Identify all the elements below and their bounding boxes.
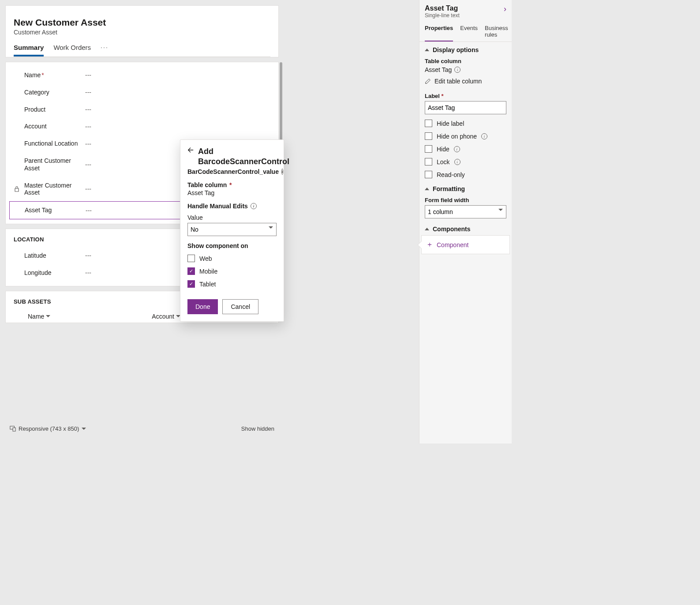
responsive-mode-toggle[interactable]: Responsive (743 x 850) <box>10 425 86 432</box>
section-toggle[interactable]: Formatting <box>425 185 506 192</box>
checkbox-hide-on-phone[interactable]: Hide on phone i <box>425 132 506 140</box>
chevron-down-icon <box>82 428 86 430</box>
info-icon[interactable]: i <box>481 133 487 139</box>
info-icon[interactable]: i <box>454 159 460 165</box>
tab-overflow[interactable]: ··· <box>101 40 109 56</box>
responsive-icon <box>10 425 16 432</box>
chevron-up-icon <box>425 49 429 51</box>
canvas-footer: Responsive (743 x 850) Show hidden <box>5 421 279 436</box>
checkbox-hide[interactable]: Hide i <box>425 145 506 153</box>
section-toggle[interactable]: Components <box>425 225 506 233</box>
pane-tabs: Properties Events Business rules <box>419 20 512 42</box>
field-value: --- <box>85 140 91 147</box>
table-column-label: Table column <box>187 181 227 188</box>
app-root: New Customer Asset Customer Asset Summar… <box>0 0 512 443</box>
field-value: --- <box>85 252 91 259</box>
checkbox-web[interactable]: Web <box>187 255 277 262</box>
field-product[interactable]: Product --- <box>6 101 278 118</box>
checkbox-icon <box>187 255 195 262</box>
column-header-name[interactable]: Name <box>28 313 50 320</box>
popover-component-value-name: BarCodeScannerControl_value <box>187 168 279 175</box>
collapse-pane-icon[interactable]: › <box>504 4 506 14</box>
cancel-button[interactable]: Cancel <box>222 299 258 314</box>
field-value: --- <box>86 207 92 214</box>
column-header-account[interactable]: Account <box>152 313 180 320</box>
lock-icon <box>14 186 20 192</box>
popover-title-line1: Add <box>198 147 289 156</box>
back-icon[interactable] <box>187 147 194 153</box>
info-icon[interactable]: i <box>251 203 257 209</box>
show-component-on-label: Show component on <box>187 242 277 249</box>
pane-tab-business-rules[interactable]: Business rules <box>485 23 508 41</box>
value-label: Value <box>187 214 277 221</box>
info-icon[interactable]: i <box>454 67 460 73</box>
label-label: Label <box>425 93 440 99</box>
checkbox-icon <box>425 132 432 140</box>
pane-title: Asset Tag <box>425 4 460 12</box>
pane-subtitle: Single-line text <box>425 12 460 19</box>
plus-icon: ＋ <box>426 240 433 249</box>
field-value: --- <box>85 89 91 96</box>
form-title: New Customer Asset <box>14 17 270 28</box>
table-column-value: Asset Tag <box>425 66 452 73</box>
table-column-value: Asset Tag <box>187 189 277 196</box>
field-label-text: Name <box>24 71 41 79</box>
field-value: --- <box>85 106 91 113</box>
field-value: --- <box>85 161 91 168</box>
checkbox-icon: ✓ <box>187 267 195 275</box>
form-field-width-label: Form field width <box>425 197 506 203</box>
info-icon[interactable]: i <box>281 169 284 175</box>
chevron-up-icon <box>425 228 429 230</box>
chevron-up-icon <box>425 188 429 190</box>
checkbox-icon <box>425 158 432 165</box>
form-field-width-select[interactable]: 1 column <box>425 205 506 218</box>
field-label-text: Longitude <box>24 269 81 277</box>
field-label-text: Parent Customer Asset <box>24 157 81 172</box>
checkbox-icon <box>425 145 432 153</box>
svg-rect-1 <box>13 428 15 431</box>
field-value: --- <box>85 269 91 276</box>
field-category[interactable]: Category --- <box>6 84 278 101</box>
add-component-popover: Add BarcodeScannerControl BarCodeScanner… <box>180 139 284 322</box>
chevron-down-icon <box>46 315 50 317</box>
properties-pane: Asset Tag Single-line text › Properties … <box>419 0 512 443</box>
form-header-card: New Customer Asset Customer Asset Summar… <box>5 5 279 57</box>
components-section: Components <box>419 221 512 233</box>
field-name[interactable]: Name* --- <box>6 67 278 84</box>
form-entity-name: Customer Asset <box>14 29 270 36</box>
checkbox-icon <box>425 120 432 127</box>
popover-title-line2: BarcodeScannerControl <box>198 157 289 166</box>
pane-tab-properties[interactable]: Properties <box>425 23 453 41</box>
field-label-text: Product <box>24 106 81 113</box>
field-label-text: Master Customer Asset <box>24 182 81 197</box>
tab-work-orders[interactable]: Work Orders <box>53 40 91 56</box>
add-component-button[interactable]: ＋ Component <box>421 235 510 254</box>
display-options-section: Display options Table column Asset Tag i… <box>419 42 512 181</box>
info-icon[interactable]: i <box>454 146 460 152</box>
field-label-text: Category <box>24 89 81 96</box>
value-select[interactable]: No <box>187 223 277 236</box>
formatting-section: Formatting Form field width 1 column <box>419 181 512 221</box>
required-asterisk: * <box>41 71 44 79</box>
pane-tab-events[interactable]: Events <box>460 23 478 41</box>
field-label-text: Functional Location <box>24 140 81 147</box>
table-column-label: Table column <box>425 58 506 64</box>
tab-summary[interactable]: Summary <box>14 40 44 56</box>
form-tabs: Summary Work Orders ··· <box>14 40 270 57</box>
field-label-text: Asset Tag <box>25 207 81 214</box>
checkbox-read-only[interactable]: Read-only <box>425 171 506 178</box>
checkbox-tablet[interactable]: ✓ Tablet <box>187 280 277 288</box>
checkbox-hide-label[interactable]: Hide label <box>425 120 506 127</box>
field-value: --- <box>85 185 91 192</box>
checkbox-mobile[interactable]: ✓ Mobile <box>187 267 277 275</box>
done-button[interactable]: Done <box>187 299 218 314</box>
section-toggle[interactable]: Display options <box>425 46 506 53</box>
edit-table-column-link[interactable]: Edit table column <box>425 78 506 85</box>
field-account[interactable]: Account --- <box>6 118 278 135</box>
show-hidden-toggle[interactable]: Show hidden <box>241 425 274 432</box>
checkbox-lock[interactable]: Lock i <box>425 158 506 165</box>
field-value: --- <box>85 71 91 79</box>
label-input[interactable] <box>425 101 506 114</box>
handle-manual-edits-label: Handle Manual Edits <box>187 203 248 210</box>
checkbox-icon <box>425 171 432 178</box>
